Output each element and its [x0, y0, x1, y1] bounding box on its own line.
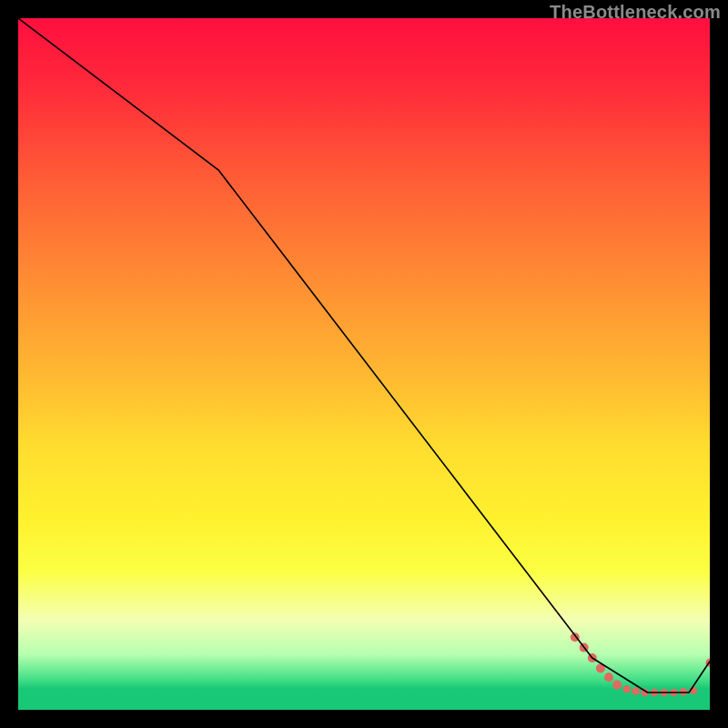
chart-stage: TheBottleneck.com [0, 0, 728, 728]
chart-svg [18, 18, 710, 710]
plot-area [18, 18, 710, 710]
data-point [623, 685, 631, 693]
main-curve [18, 18, 710, 693]
data-point [604, 672, 613, 682]
data-point [612, 681, 622, 690]
markers-layer [571, 632, 710, 696]
data-point [632, 687, 640, 694]
